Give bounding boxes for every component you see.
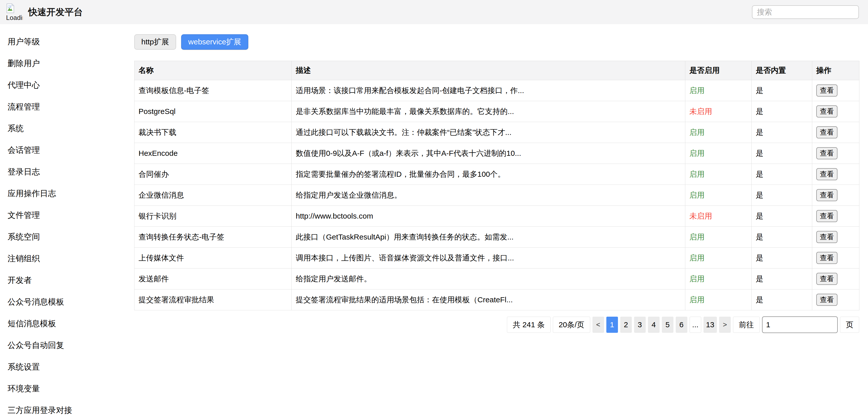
column-header-enabled: 是否启用 (685, 61, 752, 80)
sidebar-item-user-level[interactable]: 用户等级 (0, 31, 134, 53)
page-button[interactable]: 13 (704, 317, 717, 333)
name-cell: 查询转换任务状态-电子签 (134, 227, 292, 248)
name-cell: 合同催办 (134, 164, 292, 185)
view-button[interactable]: 查看 (816, 147, 837, 159)
tab-webservice-extension[interactable]: webservice扩展 (181, 34, 248, 50)
status-badge: 启用 (689, 170, 705, 178)
page-button[interactable]: 2 (620, 317, 632, 333)
builtin-cell: 是 (752, 80, 812, 101)
name-cell: 银行卡识别 (134, 206, 292, 227)
sidebar-item-sms-msg-template[interactable]: 短信消息模板 (0, 313, 134, 334)
total-count: 共 241 条 (507, 317, 551, 333)
prev-page-button[interactable]: < (592, 317, 604, 333)
description-cell: 是非关系数据库当中功能最丰富，最像关系数据库的。它支持的... (292, 101, 685, 122)
page-button[interactable]: 3 (634, 317, 646, 333)
view-button[interactable]: 查看 (816, 231, 837, 243)
tab-http-extension[interactable]: http扩展 (134, 34, 176, 50)
column-header-description: 描述 (292, 61, 685, 80)
table-row: 银行卡识别 http://www.bctools.com 未启用 是 查看 (134, 206, 860, 227)
sidebar-item-system-settings[interactable]: 系统设置 (0, 356, 134, 378)
view-button[interactable]: 查看 (816, 105, 837, 117)
view-button[interactable]: 查看 (816, 84, 837, 97)
page-suffix-label: 页 (840, 317, 859, 333)
view-button[interactable]: 查看 (816, 168, 837, 180)
page-button[interactable]: 5 (662, 317, 674, 333)
view-button[interactable]: 查看 (816, 252, 837, 264)
status-badge: 启用 (689, 149, 705, 157)
view-button[interactable]: 查看 (816, 273, 837, 285)
description-cell: 此接口（GetTaskResultApi）用来查询转换任务的状态。如需发... (292, 227, 685, 248)
page-size-select[interactable]: 20条/页 (553, 317, 590, 333)
sidebar-item-deregister-org[interactable]: 注销组织 (0, 248, 134, 269)
sidebar-item-developer[interactable]: 开发者 (0, 269, 134, 291)
status-badge: 未启用 (689, 212, 712, 220)
table-row: 提交签署流程审批结果 提交签署流程审批结果的适用场景包括：在使用模板（Creat… (134, 289, 860, 310)
status-badge: 启用 (689, 191, 705, 199)
description-cell: http://www.bctools.com (292, 206, 685, 227)
name-cell: 上传媒体文件 (134, 248, 292, 269)
status-badge: 启用 (689, 128, 705, 136)
sidebar-item-system[interactable]: 系统 (0, 117, 134, 139)
search-input[interactable] (752, 5, 859, 19)
sidebar-item-official-account-msg-template[interactable]: 公众号消息模板 (0, 291, 134, 313)
table-row: 查询模板信息-电子签 适用场景：该接口常用来配合模板发起合同-创建电子文档接口，… (134, 80, 860, 101)
sidebar-item-agent-center[interactable]: 代理中心 (0, 74, 134, 96)
table-row: 合同催办 指定需要批量催办的签署流程ID，批量催办合同，最多100个。 启用 是… (134, 164, 860, 185)
builtin-cell: 是 (752, 185, 812, 206)
builtin-cell: 是 (752, 122, 812, 143)
status-badge: 启用 (689, 275, 705, 283)
builtin-cell: 是 (752, 289, 812, 310)
extension-tabs: http扩展 webservice扩展 (134, 34, 860, 50)
column-header-builtin: 是否内置 (752, 61, 812, 80)
sidebar-item-app-operation-log[interactable]: 应用操作日志 (0, 182, 134, 204)
sidebar-item-login-log[interactable]: 登录日志 (0, 161, 134, 182)
sidebar-item-system-space[interactable]: 系统空间 (0, 226, 134, 248)
sidebar-item-environment-variables[interactable]: 环境变量 (0, 378, 134, 399)
table-row: 裁决书下载 通过此接口可以下载裁决文书。注：仲裁案件“已结案”状态下才... 启… (134, 122, 860, 143)
sidebar-item-delete-user[interactable]: 删除用户 (0, 53, 134, 74)
app-header: Loading 快速开发平台 (0, 0, 868, 24)
builtin-cell: 是 (752, 206, 812, 227)
view-button[interactable]: 查看 (816, 210, 837, 222)
description-cell: 通过此接口可以下载裁决文书。注：仲裁案件“已结案”状态下才... (292, 122, 685, 143)
status-badge: 启用 (689, 254, 705, 262)
name-cell: HexEncode (134, 143, 292, 164)
name-cell: 查询模板信息-电子签 (134, 80, 292, 101)
view-button[interactable]: 查看 (816, 126, 837, 138)
status-badge: 启用 (689, 86, 705, 95)
page-button[interactable]: 6 (676, 317, 687, 333)
sidebar-item-session-management[interactable]: 会话管理 (0, 139, 134, 161)
description-cell: 指定需要批量催办的签署流程ID，批量催办合同，最多100个。 (292, 164, 685, 185)
description-cell: 给指定用户发送企业微信消息。 (292, 185, 685, 206)
builtin-cell: 是 (752, 227, 812, 248)
table-row: 查询转换任务状态-电子签 此接口（GetTaskResultApi）用来查询转换… (134, 227, 860, 248)
next-page-button[interactable]: > (719, 317, 731, 333)
column-header-name: 名称 (134, 61, 292, 80)
page-button[interactable]: 1 (606, 317, 618, 333)
table-row: 企业微信消息 给指定用户发送企业微信消息。 启用 是 查看 (134, 185, 860, 206)
sidebar-item-file-management[interactable]: 文件管理 (0, 204, 134, 226)
page-button[interactable]: 4 (648, 317, 659, 333)
extensions-table: 名称 描述 是否启用 是否内置 操作 查询模板信息-电子签 适用场景：该接口常用… (134, 61, 860, 310)
goto-page-input[interactable] (762, 316, 838, 333)
name-cell: 提交签署流程审批结果 (134, 289, 292, 310)
broken-image-icon (6, 3, 14, 14)
status-badge: 启用 (689, 296, 705, 304)
table-row: HexEncode 数值使用0-9以及A-F（或a-f）来表示，其中A-F代表十… (134, 143, 860, 164)
column-header-action: 操作 (812, 61, 860, 80)
pagination: 共 241 条 20条/页 < 1 2 3 4 5 6 ... 13 > 前往 … (134, 316, 859, 333)
table-row: 发送邮件 给指定用户发送邮件。 启用 是 查看 (134, 269, 860, 289)
more-pages-button[interactable]: ... (690, 317, 701, 333)
sidebar-item-official-account-auto-reply[interactable]: 公众号自动回复 (0, 334, 134, 356)
page-title: 快速开发平台 (28, 6, 83, 19)
sidebar-item-process-management[interactable]: 流程管理 (0, 96, 134, 117)
builtin-cell: 是 (752, 164, 812, 185)
name-cell: 企业微信消息 (134, 185, 292, 206)
view-button[interactable]: 查看 (816, 294, 837, 306)
view-button[interactable]: 查看 (816, 189, 837, 201)
sidebar-item-third-party-app-login[interactable]: 三方应用登录对接 (0, 399, 134, 417)
builtin-cell: 是 (752, 248, 812, 269)
sidebar: 用户等级 删除用户 代理中心 流程管理 系统 会话管理 登录日志 应用操作日志 … (0, 24, 134, 417)
builtin-cell: 是 (752, 143, 812, 164)
table-row: 上传媒体文件 调用本接口，上传图片、语音媒体资源文件以及普通文件，接口... 启… (134, 248, 860, 269)
